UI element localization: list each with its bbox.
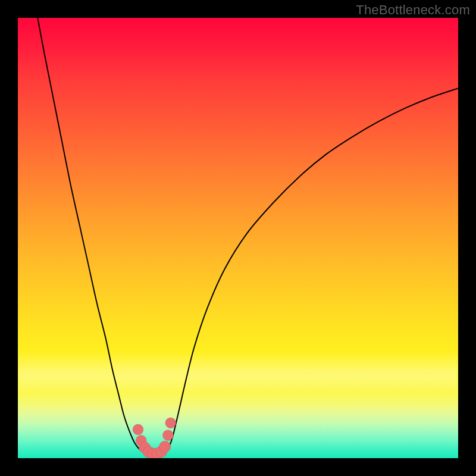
bottleneck-curve	[37, 18, 458, 454]
valley-marker	[133, 424, 143, 435]
chart-svg	[18, 18, 458, 458]
curve-group	[37, 18, 458, 454]
valley-marker	[165, 418, 176, 428]
plot-area	[18, 18, 458, 458]
marker-group	[133, 418, 176, 458]
valley-marker	[162, 430, 173, 441]
watermark-text: TheBottleneck.com	[356, 2, 470, 18]
valley-marker	[159, 441, 171, 452]
outer-frame: TheBottleneck.com	[0, 0, 476, 476]
